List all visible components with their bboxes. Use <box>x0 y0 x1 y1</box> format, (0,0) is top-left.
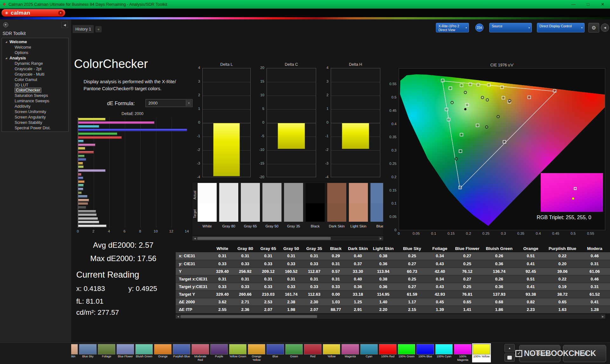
patch-button-red[interactable]: Red <box>304 344 322 362</box>
axis-tick-label: 0 <box>74 229 81 233</box>
axis-tick-label: 6 <box>121 229 128 233</box>
sidebar-item-screen-angularity[interactable]: Screen Angularity <box>2 114 68 120</box>
swatch-dark-skin[interactable]: Dark Skin <box>327 183 346 222</box>
sidebar-item-luminance-sweeps[interactable]: Luminance Sweeps <box>2 98 68 104</box>
meter-count-badge[interactable]: 234 <box>475 24 484 32</box>
patch-button-moderate-red[interactable]: Moderate Red <box>192 344 209 362</box>
patch-button-light-skin[interactable]: Light Skin <box>71 344 78 362</box>
axis-tick-label: -3 <box>190 161 200 165</box>
sidebar-item-welcome[interactable]: Welcome <box>2 45 68 50</box>
table-scrollbar[interactable]: ◀ ▶ <box>176 314 605 319</box>
expand-panel-button[interactable]: ▲ <box>505 344 515 352</box>
patch-button-orange-yellow[interactable]: Orange Yellow <box>248 344 265 362</box>
sidebar-item-welcome[interactable]: ◢Welcome <box>2 39 68 45</box>
table-cell: 0.33 <box>303 260 326 267</box>
patch-button-magenta[interactable]: Magenta <box>342 344 359 362</box>
patch-button-blue-flower[interactable]: Blue Flower <box>117 344 134 362</box>
tree-expand-icon[interactable]: ◢ <box>5 41 7 43</box>
maximize-button[interactable]: □ <box>581 0 595 9</box>
sidebar-item-3d-lut[interactable]: 3D LUT <box>2 82 68 88</box>
delta-h-chart <box>331 68 380 177</box>
sidebar-item-additivity[interactable]: Additivity <box>2 104 68 109</box>
workflow-title: SDR Toolkit <box>3 31 26 36</box>
swatch-gray-50[interactable]: Gray 50 <box>262 183 281 222</box>
add-tab-button[interactable]: + <box>95 26 102 32</box>
sidebar-item-screen-stability[interactable]: Screen Stability <box>2 120 68 125</box>
patch-button-100-green[interactable]: 100% Green <box>398 344 415 362</box>
de-formula-dropdown[interactable]: 2000 ▼ <box>146 99 193 107</box>
sidebar-item-spectral-power-dist[interactable]: Spectral Power Dist. <box>2 125 68 131</box>
deltae-bar-bluish-green <box>78 184 84 186</box>
axis-tick-label: 0.05 <box>410 232 423 235</box>
sidebar-item-options[interactable]: Options <box>2 50 68 56</box>
patch-button-purple[interactable]: Purple <box>210 344 228 362</box>
scroll-left-icon[interactable]: ◀ <box>176 315 180 318</box>
axis-tick-label: 4 <box>318 66 329 70</box>
sidebar-item-color-gamut[interactable]: Color Gamut <box>2 77 68 82</box>
calman-logo[interactable]: ✳ calman ▼ <box>2 9 65 17</box>
sidebar-record-button[interactable] <box>3 22 8 27</box>
settings-button[interactable]: ⚙ <box>588 23 599 32</box>
stop-button[interactable] <box>505 354 515 362</box>
swatch-scrollbar[interactable]: ◀ ▶ <box>193 236 383 240</box>
swatch-white[interactable]: White <box>198 183 217 222</box>
sidebar-item-saturation-sweeps[interactable]: Saturation Sweeps <box>2 93 68 98</box>
patch-color <box>98 344 115 354</box>
collapse-panel-button[interactable]: ◀ <box>601 24 609 32</box>
table-cell: 0.25 <box>452 283 482 290</box>
patch-button-100-cyan[interactable]: 100% Cyan <box>435 344 453 362</box>
patch-button-100-magenta[interactable]: 100% Magenta <box>454 344 471 362</box>
patch-button-100-red[interactable]: 100% Red <box>379 344 396 362</box>
patch-color <box>117 344 134 354</box>
patch-button-yellow[interactable]: Yellow <box>323 344 340 362</box>
patch-button-yellow-green[interactable]: Yellow Green <box>229 344 247 362</box>
scrollbar-thumb[interactable] <box>197 237 331 240</box>
sidebar-item-grayscale-2pt[interactable]: Grayscale - 2pt <box>2 66 68 71</box>
sidebar-item-analysis[interactable]: ◢Analysis <box>2 56 68 61</box>
axis-tick-label: 2 <box>318 93 329 97</box>
patch-button-blue-sky[interactable]: Blue Sky <box>79 344 97 362</box>
table-cell: 61.59 <box>397 290 428 298</box>
sidebar-item-screen-uniformity[interactable]: Screen Uniformity <box>2 109 68 115</box>
swatch-gray-35[interactable]: Gray 35 <box>284 183 303 222</box>
scroll-right-icon[interactable]: ▶ <box>601 315 605 318</box>
sidebar-item-colorchecker[interactable]: ColorChecker <box>2 88 68 93</box>
gridline <box>331 96 380 96</box>
scrollbar-thumb[interactable] <box>180 315 317 318</box>
patch-button-orange[interactable]: Orange <box>154 344 172 362</box>
patch-color <box>435 344 453 354</box>
patch-button-bluish-green[interactable]: Bluish Green <box>135 344 153 362</box>
tab-history-1[interactable]: History 1 <box>72 25 94 33</box>
swatch-blue[interactable]: Blue <box>370 183 383 222</box>
scroll-right-icon[interactable]: ▶ <box>379 237 383 240</box>
delta-c-chart <box>267 68 316 177</box>
table-cell: 0.26 <box>482 275 516 283</box>
swatch-actual-color <box>349 183 368 203</box>
swatch-gray-65[interactable]: Gray 65 <box>241 183 260 222</box>
chevron-down-icon[interactable]: ▼ <box>58 10 63 16</box>
table-cell: 329.40 <box>211 290 234 298</box>
patch-button-purplish-blue[interactable]: Purplish Blue <box>173 344 190 362</box>
tree-expand-icon[interactable]: ◢ <box>5 57 7 59</box>
patch-button-cyan[interactable]: Cyan <box>360 344 378 362</box>
sidebar-item-dynamic-range[interactable]: Dynamic Range <box>2 61 68 66</box>
patch-button-100-yellow[interactable]: 100% Yellow <box>473 344 490 362</box>
deltae-bar-100-blue <box>78 129 187 131</box>
sidebar-item-grayscale-multi[interactable]: Grayscale - Multi <box>2 71 68 77</box>
patch-button-foliage[interactable]: Foliage <box>98 344 115 362</box>
patch-button-100-blue[interactable]: 100% Blue <box>417 344 434 362</box>
display-control-dropdown[interactable]: Direct Display Control ▼ <box>537 23 585 32</box>
patch-button-blue[interactable]: Blue <box>267 344 284 362</box>
patch-color <box>285 344 303 354</box>
patch-button-green[interactable]: Green <box>285 344 303 362</box>
close-button[interactable]: ✕ <box>595 0 610 9</box>
sidebar-collapse-button[interactable]: ◀ <box>61 22 68 28</box>
swatch-black[interactable]: Black <box>306 183 325 222</box>
swatch-light-skin[interactable]: Light Skin <box>349 183 368 222</box>
swatch-gray-80[interactable]: Gray 80 <box>219 183 238 222</box>
scroll-left-icon[interactable]: ◀ <box>193 237 197 240</box>
minimize-button[interactable]: — <box>566 0 581 9</box>
swatch-actual-color <box>219 183 238 203</box>
source-dropdown[interactable]: Source ▼ <box>489 23 532 32</box>
meter-dropdown[interactable]: X-Rite i1Pro 2 Direct View ▼ <box>436 23 469 32</box>
